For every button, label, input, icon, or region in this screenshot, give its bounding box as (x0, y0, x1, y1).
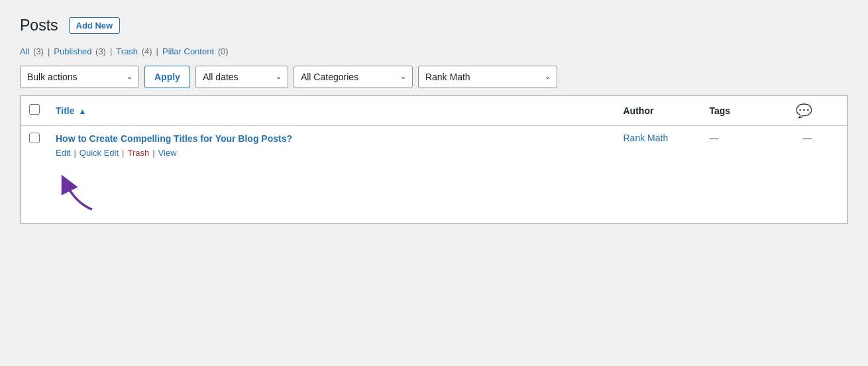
col-header-extra (828, 95, 847, 125)
row-checkbox[interactable] (29, 133, 40, 143)
posts-table-outer: Title ▲ Author Tags 💬 How to Create Comp… (20, 95, 848, 225)
all-categories-wrap: All Categories ⌄ (294, 66, 413, 88)
all-categories-select[interactable]: All Categories (294, 66, 413, 88)
tags-value: — (710, 133, 719, 143)
quick-edit-link[interactable]: Quick Edit (80, 148, 119, 158)
post-title-link[interactable]: How to Create Compelling Titles for Your… (56, 133, 292, 146)
filter-trash-count: (4) (139, 46, 152, 56)
trash-link[interactable]: Trash (127, 148, 149, 158)
all-dates-select[interactable]: All dates (195, 66, 288, 88)
page-title: Posts (20, 16, 58, 36)
col-header-author: Author (616, 95, 702, 125)
comments-bubble-icon: 💬 (796, 103, 812, 118)
row-checkbox-cell (21, 125, 48, 223)
bulk-actions-wrap: Bulk actions ⌄ (20, 66, 139, 88)
col-header-tags: Tags (702, 95, 788, 125)
filter-trash[interactable]: Trash (116, 46, 138, 56)
bulk-actions-select[interactable]: Bulk actions (20, 66, 139, 88)
table-body: How to Create Compelling Titles for Your… (21, 125, 847, 223)
rank-math-wrap: Rank Math ⌄ (418, 66, 557, 88)
posts-table: Title ▲ Author Tags 💬 How to Create Comp… (21, 95, 847, 224)
row-comments-cell: — (788, 125, 828, 223)
row-actions: Edit | Quick Edit | Trash | View (56, 148, 608, 158)
col-header-comments: 💬 (788, 95, 828, 125)
apply-button[interactable]: Apply (144, 66, 190, 88)
purple-arrow-icon (56, 163, 102, 216)
rank-math-select[interactable]: Rank Math (418, 66, 557, 88)
add-new-button[interactable]: Add New (69, 17, 121, 34)
author-link[interactable]: Rank Math (624, 133, 669, 143)
col-header-title: Title ▲ (48, 95, 616, 125)
table-head: Title ▲ Author Tags 💬 (21, 95, 847, 125)
all-dates-wrap: All dates ⌄ (195, 66, 288, 88)
row-author-cell: Rank Math (616, 125, 702, 223)
filter-pillar-content[interactable]: Pillar Content (162, 46, 214, 56)
row-title-cell: How to Create Compelling Titles for Your… (48, 125, 616, 223)
row-tags-cell: — (702, 125, 788, 223)
filter-all[interactable]: All (20, 46, 29, 56)
view-link[interactable]: View (158, 148, 177, 158)
select-all-checkbox[interactable] (29, 104, 40, 115)
comments-value: — (803, 133, 812, 143)
col-header-cb (21, 95, 48, 125)
edit-link[interactable]: Edit (56, 148, 70, 158)
table-row: How to Create Compelling Titles for Your… (21, 125, 847, 223)
title-sort-link[interactable]: Title ▲ (56, 105, 86, 116)
filter-all-count: (3) (30, 46, 44, 56)
post-filter-nav: All (3) | Published (3) | Trash (4) | Pi… (20, 46, 848, 56)
title-sort-arrow-icon: ▲ (78, 107, 86, 116)
filter-published[interactable]: Published (54, 46, 91, 56)
tablenav-top: Bulk actions ⌄ Apply All dates ⌄ All Cat… (20, 66, 848, 95)
purple-arrow-annotation (56, 163, 109, 216)
page-header: Posts Add New (20, 16, 848, 36)
row-extra-cell (828, 125, 847, 223)
filter-published-count: (3) (93, 46, 106, 56)
filter-pillar-count: (0) (215, 46, 229, 56)
